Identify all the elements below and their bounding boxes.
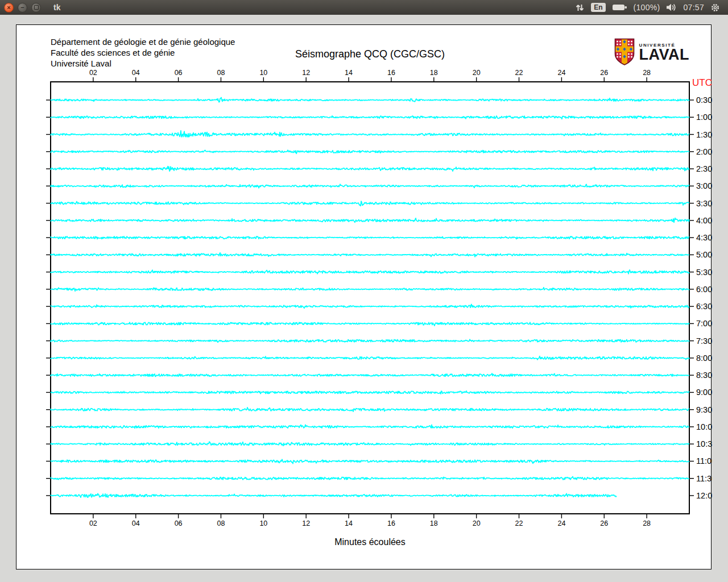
x-tick-label-bottom: 24	[557, 519, 565, 527]
seismo-trace-row-14	[51, 339, 689, 342]
x-tick-label-bottom: 14	[345, 519, 353, 527]
seismo-trace-row-12	[51, 304, 689, 308]
x-tick-label-top: 04	[132, 69, 140, 77]
seismo-trace-row-2	[51, 131, 689, 137]
x-tick-label-top: 16	[387, 69, 395, 77]
seismo-trace-row-15	[51, 356, 689, 360]
x-tick-label-top: 22	[515, 69, 523, 77]
x-tick-label-bottom: 10	[259, 519, 267, 527]
close-button[interactable]: ×	[4, 3, 14, 13]
tk-application-window: Département de géologie et de génie géol…	[16, 24, 712, 569]
x-axis-label: Minutes écoulées	[51, 537, 689, 547]
seismo-trace-row-19	[51, 425, 689, 428]
utc-row-label: 7:30	[696, 336, 712, 346]
seismo-trace-row-10	[51, 270, 689, 274]
seismo-trace-row-20	[51, 442, 689, 446]
x-tick-label-bottom: 16	[387, 519, 395, 527]
utc-row-label: 12:00	[696, 491, 712, 500]
x-tick-label-bottom: 06	[175, 519, 183, 527]
seismo-trace-row-22	[51, 477, 689, 480]
seismo-trace-row-23	[51, 493, 617, 497]
x-tick-label-top: 12	[302, 69, 310, 77]
utc-row-label: 9:30	[696, 405, 712, 414]
seismo-trace-row-13	[51, 322, 689, 326]
utc-row-label: 7:00	[696, 319, 712, 328]
seismograph-plot: 0202040406060808101012121414161618182020…	[16, 25, 712, 570]
seismo-trace-row-9	[51, 253, 689, 257]
maximize-icon	[34, 5, 39, 10]
seismo-trace-row-6	[51, 201, 689, 206]
seismo-trace-row-18	[51, 408, 689, 411]
utc-row-label: 5:00	[696, 250, 712, 259]
utc-row-label: 4:30	[696, 233, 712, 242]
utc-row-label: 1:30	[696, 130, 712, 139]
utc-row-label: 6:00	[696, 285, 712, 294]
utc-row-label: 2:30	[696, 164, 712, 173]
x-tick-label-bottom: 08	[217, 519, 225, 527]
seismo-trace-row-0	[51, 98, 689, 102]
x-tick-label-top: 18	[430, 69, 438, 77]
utc-row-label: 3:30	[696, 199, 712, 208]
x-tick-label-top: 26	[600, 69, 608, 77]
x-tick-label-top: 14	[345, 69, 353, 77]
x-tick-label-bottom: 20	[473, 519, 481, 527]
x-tick-label-bottom: 12	[302, 519, 310, 527]
seismo-trace-row-7	[51, 218, 689, 223]
keyboard-layout-indicator[interactable]: En	[591, 3, 605, 12]
maximize-button[interactable]	[31, 3, 41, 13]
system-tray: En (100%) 07:57	[575, 3, 728, 13]
utc-row-label: 10:00	[696, 422, 712, 431]
plot-border	[51, 82, 689, 514]
battery-icon[interactable]	[612, 3, 627, 11]
x-tick-label-bottom: 02	[89, 519, 97, 527]
clock[interactable]: 07:57	[683, 3, 704, 12]
x-tick-label-top: 20	[473, 69, 481, 77]
x-tick-label-top: 28	[643, 69, 651, 77]
seismo-trace-row-16	[51, 373, 689, 377]
utc-row-label: 5:30	[696, 268, 712, 277]
seismo-trace-row-21	[51, 459, 689, 464]
volume-icon[interactable]	[666, 3, 677, 11]
seismo-trace-row-3	[51, 150, 689, 153]
seismo-trace-row-17	[51, 391, 689, 394]
utc-row-label: 3:00	[696, 181, 712, 190]
x-tick-label-top: 02	[89, 69, 97, 77]
titlebar: × − tk En (100%) 07:57	[0, 0, 728, 15]
x-tick-label-bottom: 22	[515, 519, 523, 527]
utc-row-label: 1:00	[696, 113, 712, 122]
utc-row-label: 4:00	[696, 216, 712, 225]
seismo-trace-row-11	[51, 288, 689, 292]
seismo-trace-row-1	[51, 116, 689, 119]
battery-percentage[interactable]: (100%)	[634, 3, 660, 12]
utc-row-label: 11:30	[696, 474, 712, 483]
x-tick-label-top: 06	[175, 69, 183, 77]
x-tick-label-top: 10	[259, 69, 267, 77]
x-tick-label-bottom: 28	[643, 519, 651, 527]
x-tick-label-bottom: 04	[132, 519, 140, 527]
utc-row-label: 0:30	[696, 95, 712, 105]
seismo-trace-row-5	[51, 184, 689, 188]
utc-row-label: 11:00	[696, 456, 712, 465]
minimize-button[interactable]: −	[18, 3, 27, 13]
seismo-trace-row-8	[51, 236, 689, 239]
seismo-trace-row-4	[51, 167, 689, 172]
utc-row-label: 2:00	[696, 147, 712, 156]
utc-axis-title: UTC	[692, 77, 712, 89]
utc-row-label: 6:30	[696, 302, 712, 311]
x-tick-label-bottom: 26	[600, 519, 608, 527]
x-tick-label-top: 08	[217, 69, 225, 77]
x-tick-label-top: 24	[557, 69, 565, 77]
utc-row-label: 10:30	[696, 439, 712, 448]
utc-row-label: 8:30	[696, 371, 712, 380]
utc-row-label: 8:00	[696, 354, 712, 363]
window-title: tk	[53, 3, 60, 12]
utc-row-label: 9:00	[696, 388, 712, 397]
session-gear-icon[interactable]	[710, 3, 720, 13]
network-sync-icon[interactable]	[575, 3, 585, 13]
x-tick-label-bottom: 18	[430, 519, 438, 527]
